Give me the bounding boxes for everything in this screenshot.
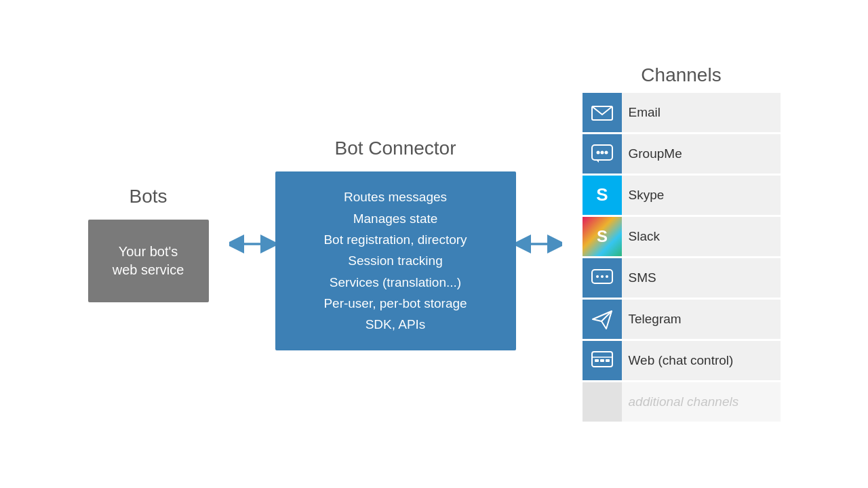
right-arrow: [516, 232, 562, 256]
skype-icon: S: [583, 176, 622, 215]
svg-rect-20: [606, 359, 610, 362]
bot-box-text: Your bot'sweb service: [113, 243, 184, 279]
svg-rect-18: [595, 359, 599, 362]
channel-item-slack: S Slack: [583, 217, 781, 256]
channel-item-web: Web (chat control): [583, 341, 781, 380]
svg-point-6: [604, 151, 608, 155]
channel-telegram-label: Telegram: [622, 312, 682, 327]
svg-point-11: [596, 275, 599, 278]
channel-slack-label: Slack: [622, 229, 660, 244]
channel-list: Email GroupMe: [583, 93, 781, 424]
channel-groupme-label: GroupMe: [622, 146, 682, 161]
bots-label: Bots: [129, 186, 167, 207]
sms-icon: [583, 258, 622, 298]
channel-skype-label: Skype: [622, 188, 665, 203]
slack-icon: S: [583, 217, 622, 256]
channel-web-label: Web (chat control): [622, 353, 734, 368]
channel-additional-label: additional channels: [622, 394, 739, 409]
svg-text:S: S: [596, 227, 607, 245]
email-icon: [583, 93, 622, 132]
channel-sms-label: SMS: [622, 270, 656, 285]
svg-point-4: [596, 151, 599, 155]
svg-point-5: [600, 151, 604, 155]
channel-email-label: Email: [622, 105, 661, 120]
svg-text:S: S: [596, 184, 608, 205]
channel-item-groupme: GroupMe: [583, 134, 781, 174]
additional-icon: [583, 382, 622, 422]
web-icon: [583, 341, 622, 380]
channel-item-skype: S Skype: [583, 176, 781, 215]
svg-point-13: [606, 275, 608, 278]
connector-label: Bot Connector: [335, 138, 456, 159]
svg-point-12: [601, 275, 604, 278]
connector-box-text: Routes messages Manages state Bot regist…: [323, 186, 467, 335]
channel-item-telegram: Telegram: [583, 300, 781, 339]
bot-box: Your bot'sweb service: [88, 220, 209, 302]
bots-section: Bots Your bot'sweb service: [88, 186, 209, 302]
telegram-icon: [583, 300, 622, 339]
left-arrow: [229, 232, 275, 256]
channel-item-additional: additional channels: [583, 382, 781, 422]
diagram: Bots Your bot'sweb service Bot Connector: [0, 0, 868, 488]
svg-rect-19: [600, 359, 604, 362]
channel-item-email: Email: [583, 93, 781, 132]
channel-item-sms: SMS: [583, 258, 781, 298]
connector-box: Routes messages Manages state Bot regist…: [275, 171, 516, 350]
channels-label: Channels: [583, 64, 781, 86]
groupme-icon: [583, 134, 622, 174]
channels-section: Channels Email: [583, 64, 781, 424]
connector-section: Bot Connector Routes messages Manages st…: [275, 138, 516, 350]
